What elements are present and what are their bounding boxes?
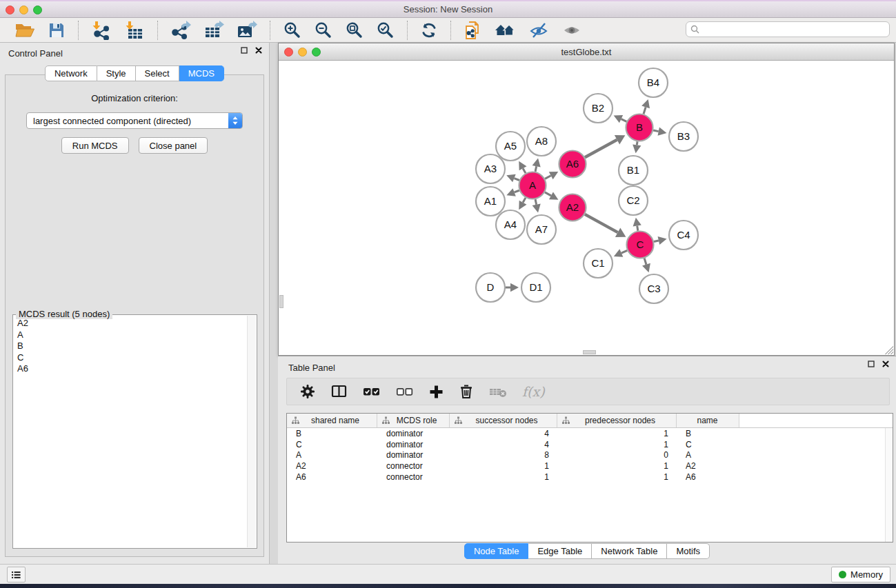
table-cell[interactable]: dominator xyxy=(377,429,450,438)
result-list-item[interactable]: B xyxy=(14,341,247,352)
table-cell[interactable]: C xyxy=(677,440,739,449)
network-canvas[interactable]: B4B2BB3A8A5A6A3B1AA1C2A2A4A7C4CC1C3DD1 xyxy=(279,61,894,355)
table-cell[interactable]: A xyxy=(677,450,739,460)
delete-table-button[interactable] xyxy=(488,383,508,400)
export-image-button[interactable] xyxy=(234,19,260,41)
graph-edge-C-C3[interactable] xyxy=(644,258,646,265)
delete-columns-button[interactable] xyxy=(459,383,474,400)
deselect-all-columns-button[interactable] xyxy=(395,383,414,400)
tab-network[interactable]: Network xyxy=(45,65,97,81)
graph-edge-A-A1[interactable] xyxy=(515,190,519,192)
table-cell[interactable]: dominator xyxy=(377,450,450,460)
graph-edge-A-A4[interactable] xyxy=(523,198,526,203)
float-table-panel-button[interactable] xyxy=(868,361,875,367)
graph-edge-B-B1[interactable] xyxy=(637,141,637,145)
zoom-fit-button[interactable] xyxy=(342,19,366,41)
graph-edge-B-B2[interactable] xyxy=(621,119,627,122)
column-header-shared-name[interactable]: shared name xyxy=(287,414,377,427)
import-network-button[interactable] xyxy=(88,19,115,41)
table-cell[interactable]: 4 xyxy=(450,429,557,438)
resize-grip[interactable] xyxy=(883,344,893,354)
table-cell[interactable]: 1 xyxy=(557,429,677,438)
table-row[interactable]: A2connector11A2 xyxy=(287,460,893,472)
float-panel-button[interactable] xyxy=(241,47,248,54)
zoom-in-button[interactable] xyxy=(280,19,304,41)
graph-edge-A-A2[interactable] xyxy=(545,192,551,196)
save-session-button[interactable] xyxy=(45,19,68,41)
tab-network-table[interactable]: Network Table xyxy=(592,543,667,559)
export-network-button[interactable] xyxy=(168,19,194,41)
result-list-item[interactable]: A xyxy=(14,330,247,341)
result-list-item[interactable]: A2 xyxy=(14,318,247,330)
hide-selected-button[interactable] xyxy=(526,19,552,41)
close-panel-action-button[interactable]: Close panel xyxy=(139,137,208,154)
split-view-button[interactable] xyxy=(330,383,348,400)
table-cell[interactable]: B xyxy=(677,429,739,438)
table-cell[interactable]: 1 xyxy=(557,472,677,482)
graph-edge-A-A8[interactable] xyxy=(535,166,537,172)
column-header-successor-nodes[interactable]: successor nodes xyxy=(450,414,557,427)
run-mcds-button[interactable]: Run MCDS xyxy=(61,137,129,154)
vertical-scroll-thumb[interactable] xyxy=(279,295,283,308)
new-network-from-selection-button[interactable] xyxy=(461,19,484,41)
table-cell[interactable]: 1 xyxy=(557,461,677,471)
graph-edge-A2-C[interactable] xyxy=(585,214,618,232)
table-cell[interactable]: connector xyxy=(377,461,450,471)
graph-edge-C-C1[interactable] xyxy=(621,250,627,253)
table-cell[interactable]: 4 xyxy=(450,440,557,449)
table-cell[interactable]: A2 xyxy=(677,461,739,471)
tab-motifs[interactable]: Motifs xyxy=(667,543,710,559)
task-history-button[interactable] xyxy=(7,567,26,582)
graph-edge-C-C2[interactable] xyxy=(637,226,638,231)
table-cell[interactable]: A6 xyxy=(287,472,377,482)
tab-edge-table[interactable]: Edge Table xyxy=(528,543,592,559)
import-table-button[interactable] xyxy=(121,19,148,41)
horizontal-scroll-thumb[interactable] xyxy=(583,350,596,354)
open-session-button[interactable] xyxy=(12,19,38,41)
table-cell[interactable]: 1 xyxy=(450,461,557,471)
table-cell[interactable]: 1 xyxy=(557,440,677,449)
close-table-panel-button[interactable] xyxy=(882,361,889,367)
export-table-button[interactable] xyxy=(201,19,227,41)
table-row[interactable]: Adominator80A xyxy=(287,450,893,461)
result-list-item[interactable]: C xyxy=(14,352,247,364)
column-header-predecessor-nodes[interactable]: predecessor nodes xyxy=(557,414,677,427)
table-cell[interactable]: 8 xyxy=(450,450,557,460)
table-cell[interactable]: A2 xyxy=(287,461,377,471)
graph-edge-B-B4[interactable] xyxy=(644,107,646,114)
function-builder-button[interactable]: f(x) xyxy=(522,384,545,399)
graph-edge-A-A7[interactable] xyxy=(535,199,537,205)
table-cell[interactable]: A6 xyxy=(677,472,739,482)
create-column-button[interactable] xyxy=(428,384,444,400)
table-cell[interactable]: B xyxy=(287,429,377,438)
select-all-columns-button[interactable] xyxy=(362,383,381,400)
search-input[interactable] xyxy=(699,25,889,34)
table-scrollbar[interactable] xyxy=(885,428,893,542)
table-cell[interactable]: 1 xyxy=(450,472,557,482)
table-row[interactable]: A6connector11A6 xyxy=(287,472,893,483)
first-neighbors-button[interactable] xyxy=(491,19,519,41)
show-all-button[interactable] xyxy=(559,19,585,41)
tab-select[interactable]: Select xyxy=(136,65,179,81)
graph-edge-A-A6[interactable] xyxy=(545,176,551,179)
close-panel-button[interactable] xyxy=(255,47,262,54)
graph-edge-A-A3[interactable] xyxy=(514,179,519,181)
graph-edge-A6-B[interactable] xyxy=(585,140,617,157)
memory-button[interactable]: Memory xyxy=(831,567,890,582)
table-cell[interactable]: C xyxy=(287,440,377,449)
graph-edge-A-A5[interactable] xyxy=(523,168,526,173)
network-window-titlebar[interactable]: testGlobe.txt xyxy=(279,43,894,61)
zoom-selected-button[interactable] xyxy=(373,19,397,41)
table-cell[interactable]: 0 xyxy=(557,450,677,460)
column-header-name[interactable]: name xyxy=(677,414,739,427)
tab-mcds[interactable]: MCDS xyxy=(179,65,224,81)
criterion-select[interactable]: largest connected component (directed) xyxy=(26,112,243,129)
column-settings-button[interactable] xyxy=(299,383,316,400)
search-field[interactable] xyxy=(686,21,890,37)
apply-layout-button[interactable] xyxy=(417,19,441,41)
table-cell[interactable]: dominator xyxy=(377,440,450,449)
column-header-MCDS-role[interactable]: MCDS role xyxy=(377,414,450,427)
graph-edge-C-C4[interactable] xyxy=(654,241,659,242)
graph-edge-B-B3[interactable] xyxy=(653,130,659,132)
result-scrollbar[interactable] xyxy=(247,316,256,547)
